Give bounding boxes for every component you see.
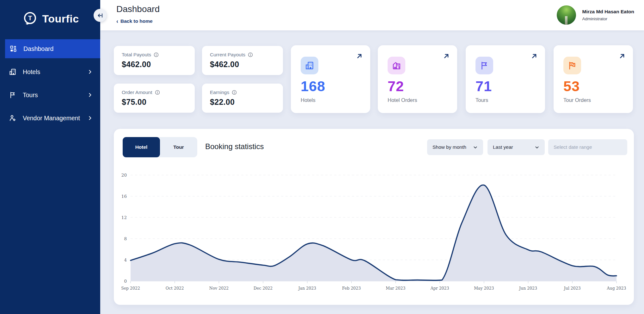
chevron-right-icon [88, 116, 93, 121]
arrow-up-right-icon[interactable] [531, 52, 538, 60]
last-year-dropdown[interactable]: Last year [488, 139, 545, 155]
dropdown-label: Show by month [432, 144, 466, 150]
chevron-right-icon [88, 69, 93, 74]
svg-text:0: 0 [124, 279, 127, 284]
user-role: Administrator [582, 16, 635, 21]
info-icon[interactable] [155, 90, 160, 95]
count-card-tour-orders: $ $ 53 Tour Orders [554, 45, 633, 113]
count-label: Tours [475, 97, 488, 103]
date-range-input[interactable]: Select date range [548, 139, 627, 155]
icon-tile [475, 57, 493, 74]
count-value: 53 [563, 78, 580, 95]
sidebar-item-label: Tours [23, 91, 38, 99]
count-card-hotel-orders: $ $ 72 Hotel Orders [378, 45, 457, 113]
user-name: Mirza Md Hasan Eaton [582, 9, 635, 15]
stat-label: Current Payouts [210, 52, 245, 58]
svg-text:4: 4 [124, 257, 127, 262]
chevron-down-icon [535, 145, 539, 150]
svg-text:Feb 2023: Feb 2023 [342, 286, 361, 291]
flag-icon [9, 91, 16, 99]
svg-text:Oct 2022: Oct 2022 [166, 286, 184, 291]
sidebar-collapse-button[interactable] [94, 9, 107, 22]
avatar[interactable] [557, 5, 576, 25]
booking-area-chart: 048121620Sep 2022Oct 2022Nov 2022Dec 202… [114, 164, 634, 305]
svg-text:16: 16 [121, 194, 127, 199]
count-value: 72 [388, 78, 404, 95]
stat-card-earnings: Earnings $22.00 [202, 84, 283, 113]
sidebar-item-label: Dashboard [23, 45, 53, 53]
tab-tour[interactable]: Tour [160, 137, 197, 157]
chevron-down-icon [473, 145, 478, 150]
count-label: Hotel Orders [388, 97, 417, 103]
info-icon[interactable] [248, 52, 253, 57]
flag-icon [480, 61, 489, 70]
top-header: Dashboard ‹ Back to home Mirza Md Hasan … [100, 0, 644, 30]
stat-card-total-payouts: Total Payouts $462.00 [114, 46, 195, 75]
svg-text:Mar 2023: Mar 2023 [386, 286, 405, 291]
arrow-up-right-icon[interactable] [356, 52, 363, 60]
info-icon[interactable] [154, 52, 159, 57]
arrow-up-right-icon[interactable] [618, 52, 626, 60]
back-to-home-link[interactable]: ‹ Back to home [116, 18, 153, 24]
stat-value: $462.00 [122, 60, 187, 69]
count-card-tours: 71 Tours [466, 45, 545, 113]
collapse-sidebar-icon [97, 12, 103, 19]
svg-text:Jan 2023: Jan 2023 [298, 286, 316, 291]
date-range-placeholder: Select date range [554, 144, 592, 150]
chevron-left-icon: ‹ [116, 19, 118, 23]
svg-text:Nov 2022: Nov 2022 [209, 286, 229, 291]
sidebar-item-label: Vendor Management [23, 115, 80, 122]
chevron-right-icon [88, 92, 93, 97]
page-title: Dashboard [116, 4, 160, 14]
stat-label: Earnings [210, 90, 229, 95]
stat-label: Total Payouts [122, 52, 151, 58]
sidebar-item-tours[interactable]: Tours [0, 85, 100, 104]
dashboard-grid-icon [9, 45, 17, 53]
sidebar-item-hotels[interactable]: Hotels [0, 62, 100, 81]
sidebar: T Tourfic Dashboard [0, 0, 100, 314]
user-menu: Mirza Md Hasan Eaton Administrator [557, 5, 635, 25]
stat-card-order-amount: Order Amount $75.00 [114, 84, 195, 113]
back-link-label: Back to home [120, 18, 153, 24]
booking-statistics-card: Hotel Tour Booking statistics Show by mo… [114, 129, 634, 305]
sidebar-item-dashboard[interactable]: Dashboard [5, 39, 100, 58]
tab-hotel[interactable]: Hotel [123, 137, 160, 157]
tourfic-logo-icon: T [21, 10, 39, 28]
count-value: 168 [301, 78, 325, 95]
arrow-up-right-icon[interactable] [443, 52, 450, 60]
svg-text:Jul 2023: Jul 2023 [563, 286, 581, 291]
count-value: 71 [475, 78, 492, 95]
icon-tile: $ $ [563, 57, 581, 74]
hotel-building-icon [305, 61, 314, 70]
svg-text:May 2023: May 2023 [474, 286, 494, 291]
hotel-order-dollar-icon: $ $ [392, 61, 401, 70]
svg-text:T: T [28, 15, 32, 22]
stat-value: $75.00 [122, 97, 187, 107]
stat-card-current-payouts: Current Payouts $462.00 [202, 46, 283, 75]
svg-text:Apr 2023: Apr 2023 [430, 286, 449, 291]
hotel-building-icon [9, 68, 16, 76]
svg-text:12: 12 [121, 215, 127, 220]
vendor-person-gear-icon [9, 114, 16, 122]
sidebar-item-vendor-management[interactable]: Vendor Management [0, 109, 100, 128]
svg-text:20: 20 [121, 173, 127, 178]
stat-label: Order Amount [122, 90, 152, 95]
stat-value: $22.00 [210, 97, 275, 107]
dropdown-label: Last year [493, 144, 513, 150]
area-chart-svg: 048121620Sep 2022Oct 2022Nov 2022Dec 202… [114, 164, 634, 305]
dashboard-page: T Tourfic Dashboard [0, 0, 644, 314]
sidebar-nav: Dashboard Hotels [0, 39, 100, 132]
icon-tile [301, 57, 318, 74]
info-icon[interactable] [232, 90, 237, 95]
chart-title: Booking statistics [205, 142, 264, 151]
booking-tab-group: Hotel Tour [123, 137, 197, 157]
stat-value: $462.00 [210, 60, 275, 69]
brand-name: Tourfic [42, 13, 79, 25]
brand-logo: T Tourfic [0, 0, 100, 30]
svg-text:$: $ [398, 66, 400, 69]
svg-text:8: 8 [124, 236, 127, 241]
icon-tile: $ $ [388, 57, 405, 74]
svg-text:Aug 2023: Aug 2023 [607, 286, 626, 291]
count-label: Hotels [301, 97, 316, 103]
show-by-month-dropdown[interactable]: Show by month [427, 139, 483, 155]
